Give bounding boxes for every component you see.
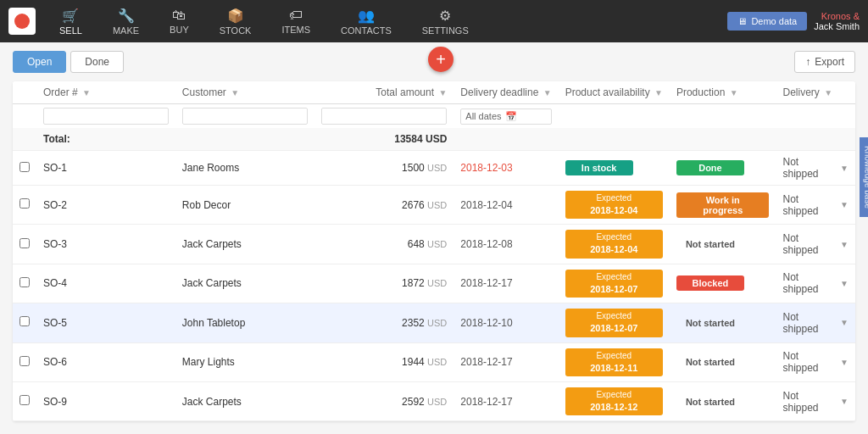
availability-cell: Expected 2018-12-04 xyxy=(559,186,670,225)
nav-item-make[interactable]: 🔧 MAKE xyxy=(97,0,154,42)
currency: USD xyxy=(427,397,447,407)
col-total[interactable]: Total amount ▼ xyxy=(314,81,453,104)
col-delivery[interactable]: Delivery ▼ xyxy=(776,81,855,104)
main-nav: 🛒 SELL 🔧 MAKE 🛍 BUY 📦 STOCK 🏷 ITEMS 👥 CO… xyxy=(44,0,727,42)
order-id[interactable]: SO-1 xyxy=(36,151,175,186)
tab-done[interactable]: Done xyxy=(70,51,124,73)
production-badge: Blocked xyxy=(676,275,744,291)
delivery-dropdown-arrow[interactable]: ▼ xyxy=(840,200,849,209)
customer-name[interactable]: Jack Carpets xyxy=(175,225,314,264)
customer-name[interactable]: Rob Decor xyxy=(175,186,314,225)
filter-order-input[interactable] xyxy=(43,108,169,125)
checkbox-cell[interactable] xyxy=(13,264,36,303)
currency: USD xyxy=(427,200,447,210)
date-filter[interactable]: All dates 📅 xyxy=(460,108,551,125)
export-label: Export xyxy=(815,56,844,68)
delivery-status: Not shipped ▼ xyxy=(782,232,849,256)
expected-label: Expected xyxy=(570,192,658,204)
production-cell: Blocked xyxy=(670,264,776,303)
delivery-dropdown-arrow[interactable]: ▼ xyxy=(840,397,849,406)
delivery-text: Not shipped xyxy=(782,390,837,414)
amount-cell: 648 USD xyxy=(314,225,453,264)
delivery-dropdown-arrow[interactable]: ▼ xyxy=(840,240,849,249)
filter-deadline-cell[interactable]: All dates 📅 xyxy=(453,104,558,129)
amount-cell: 2592 USD xyxy=(314,381,453,420)
production-cell: Done xyxy=(670,151,776,186)
availability-cell: Expected 2018-12-07 xyxy=(559,264,670,303)
delivery-dropdown-arrow[interactable]: ▼ xyxy=(840,318,849,327)
row-checkbox[interactable] xyxy=(19,356,30,366)
currency: USD xyxy=(427,318,447,328)
delivery-dropdown-arrow[interactable]: ▼ xyxy=(840,164,849,173)
tab-open[interactable]: Open xyxy=(13,51,66,73)
row-checkbox[interactable] xyxy=(19,395,30,405)
row-checkbox[interactable] xyxy=(19,238,30,248)
expected-date: 2018-12-12 xyxy=(570,401,658,414)
row-checkbox[interactable] xyxy=(19,277,30,287)
amount: 1944 xyxy=(402,356,425,368)
main-content: Open Done + ↑ Export Order # ▼ Customer … xyxy=(0,42,868,434)
checkbox-cell[interactable] xyxy=(13,151,36,186)
customer-name[interactable]: Jack Carpets xyxy=(175,381,314,420)
user-greeting: Kronos & xyxy=(814,11,860,21)
knowledge-base-tab[interactable]: Knowledge base xyxy=(860,137,869,217)
table-row: SO-1 Jane Rooms 1500 USD 2018-12-03 In s… xyxy=(13,151,855,186)
nav-item-items[interactable]: 🏷 ITEMS xyxy=(266,0,326,42)
customer-name[interactable]: Mary Lights xyxy=(175,342,314,381)
currency: USD xyxy=(427,239,447,249)
filter-customer-input[interactable] xyxy=(182,108,308,125)
export-button[interactable]: ↑ Export xyxy=(794,51,855,73)
col-order[interactable]: Order # ▼ xyxy=(36,81,175,104)
expected-badge: Expected 2018-12-12 xyxy=(565,387,663,415)
production-cell: Work in progress xyxy=(670,186,776,225)
delivery-dropdown-arrow[interactable]: ▼ xyxy=(840,358,849,367)
filter-total-input[interactable] xyxy=(321,108,447,125)
delivery-cell: Not shipped ▼ xyxy=(776,303,855,342)
order-id[interactable]: SO-9 xyxy=(36,381,175,420)
col-production[interactable]: Production ▼ xyxy=(670,81,776,104)
customer-name[interactable]: John Tabletop xyxy=(175,303,314,342)
nav-item-sell[interactable]: 🛒 SELL xyxy=(44,0,97,42)
nav-item-buy[interactable]: 🛍 BUY xyxy=(154,0,204,42)
table-row: SO-4 Jack Carpets 1872 USD 2018-12-17 Ex… xyxy=(13,264,855,303)
checkbox-cell[interactable] xyxy=(13,303,36,342)
sort-total-icon: ▼ xyxy=(438,88,447,97)
row-checkbox[interactable] xyxy=(19,162,30,172)
delivery-dropdown-arrow[interactable]: ▼ xyxy=(840,279,849,288)
production-badge: Not started xyxy=(676,394,744,409)
order-id[interactable]: SO-4 xyxy=(36,264,175,303)
demo-data-button[interactable]: 🖥 Demo data xyxy=(727,12,807,31)
checkbox-cell[interactable] xyxy=(13,225,36,264)
order-id[interactable]: SO-6 xyxy=(36,342,175,381)
add-order-button[interactable]: + xyxy=(428,47,453,72)
amount: 1500 xyxy=(402,162,425,174)
nav-label-make: MAKE xyxy=(113,25,139,36)
col-deadline[interactable]: Delivery deadline ▼ xyxy=(453,81,558,104)
total-row: Total: 13584 USD xyxy=(13,128,855,151)
topbar-right: 🖥 Demo data Kronos & Jack Smith xyxy=(727,11,860,31)
table-header-row: Order # ▼ Customer ▼ Total amount ▼ Deli… xyxy=(13,81,855,104)
col-customer[interactable]: Customer ▼ xyxy=(175,81,314,104)
nav-item-contacts[interactable]: 👥 CONTACTS xyxy=(326,0,407,42)
customer-name[interactable]: Jack Carpets xyxy=(175,264,314,303)
stock-icon: 📦 xyxy=(227,8,244,24)
nav-item-settings[interactable]: ⚙ SETTINGS xyxy=(407,0,484,42)
order-id[interactable]: SO-5 xyxy=(36,303,175,342)
filter-delivery-cell xyxy=(776,104,855,129)
order-id[interactable]: SO-2 xyxy=(36,186,175,225)
table-row: SO-2 Rob Decor 2676 USD 2018-12-04 Expec… xyxy=(13,186,855,225)
order-id[interactable]: SO-3 xyxy=(36,225,175,264)
nav-item-stock[interactable]: 📦 STOCK xyxy=(204,0,267,42)
filter-order-cell[interactable] xyxy=(36,104,175,129)
expected-badge: Expected 2018-12-07 xyxy=(565,270,663,298)
col-availability[interactable]: Product availability ▼ xyxy=(559,81,670,104)
customer-name[interactable]: Jane Rooms xyxy=(175,151,314,186)
logo[interactable] xyxy=(8,8,36,35)
filter-total-cell[interactable] xyxy=(314,104,453,129)
row-checkbox[interactable] xyxy=(19,198,30,209)
checkbox-cell[interactable] xyxy=(13,381,36,420)
checkbox-cell[interactable] xyxy=(13,186,36,225)
checkbox-cell[interactable] xyxy=(13,342,36,381)
row-checkbox[interactable] xyxy=(19,316,30,326)
filter-customer-cell[interactable] xyxy=(175,104,314,129)
